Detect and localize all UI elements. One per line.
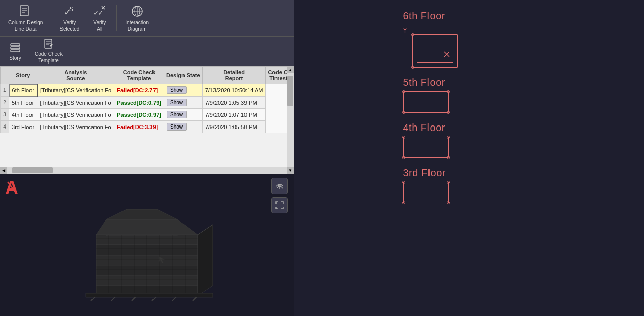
table-row[interactable]: 4 3rd Floor [Tributary][CS Verification … [1, 121, 294, 133]
floor-label-5th: 5th Floor [403, 77, 445, 88]
floor-5th-diagram [403, 91, 449, 113]
toolbar-divider-2 [116, 5, 117, 31]
cell-analysis: [Tributary][CS Verification Fo [37, 109, 114, 121]
row-number: 1 [1, 84, 9, 97]
ribbon-row2: Story Code CheckTemplate [0, 37, 294, 66]
scroll-track-h[interactable] [7, 167, 287, 174]
row-number: 3 [1, 109, 9, 121]
scroll-left-arrow[interactable]: ◀ [0, 167, 7, 174]
cell-story[interactable]: 5th Floor [9, 97, 37, 109]
dot-bl [402, 201, 405, 204]
cell-story[interactable]: 6th Floor [9, 84, 37, 97]
dot-tr [447, 181, 450, 184]
scroll-thumb-h[interactable] [12, 167, 53, 173]
svg-text:S: S [69, 6, 73, 13]
floor-label-4th: 4th Floor [403, 122, 445, 134]
cell-story[interactable]: 3rd Floor [9, 121, 37, 133]
cell-timestamp: 7/13/2020 10:50:14 AM [202, 84, 266, 97]
floor-6th-diagram-container: Y [403, 25, 458, 68]
right-panel: 6th Floor Y 5th Floor [294, 0, 644, 316]
show-button[interactable]: Show [167, 86, 187, 94]
svg-marker-52 [96, 219, 198, 235]
cell-state: Passed[DC:0.97] [114, 109, 164, 121]
col-state[interactable]: Design State [164, 67, 203, 84]
interaction-diagram-button[interactable]: Interaction Diagram [120, 2, 154, 34]
floor-section-5th: 5th Floor [403, 77, 535, 113]
floor-6th-outer-rect [412, 34, 458, 68]
cell-report[interactable]: Show [164, 84, 203, 97]
row-number: 2 [1, 97, 9, 109]
cell-report[interactable]: Show [164, 109, 203, 121]
dot-br [447, 111, 450, 114]
table-scroll[interactable]: Story AnalysisSource Code CheckTemplate … [0, 66, 294, 167]
viewport-toolbar [271, 178, 288, 213]
floor-3rd-diagram [403, 182, 449, 203]
upload-button[interactable] [271, 178, 288, 194]
verify-selected-button[interactable]: ✓ S Verify Selected [54, 2, 84, 34]
dot-tl [402, 136, 405, 139]
story-button[interactable]: Story [3, 39, 27, 64]
floor-4th-diagram [403, 137, 449, 158]
col-report[interactable]: DetailedReport [202, 67, 266, 84]
cell-story[interactable]: 4th Floor [9, 109, 37, 121]
cell-state: Failed[DC:2.77] [114, 84, 164, 97]
horizontal-scrollbar[interactable]: ◀ ▶ [0, 167, 294, 174]
toolbar-divider-1 [51, 5, 51, 31]
column-design-button[interactable]: Column Design Line Data [3, 2, 48, 34]
floor-section-6th: 6th Floor Y [403, 10, 535, 68]
app-logo: A [5, 178, 27, 199]
dot-tr [447, 136, 450, 139]
show-button[interactable]: Show [167, 111, 187, 118]
document-icon [17, 4, 34, 18]
expand-button[interactable] [271, 197, 288, 213]
svg-marker-53 [106, 209, 177, 219]
scroll-track-v[interactable] [287, 73, 294, 167]
dot-tr [447, 90, 450, 93]
dot-tl [402, 181, 405, 184]
table-row[interactable]: 1 6th Floor [Tributary][CS Verification … [1, 84, 294, 97]
svg-rect-17 [45, 39, 52, 48]
svg-rect-16 [11, 50, 20, 52]
cell-report[interactable]: Show [164, 97, 203, 109]
svg-rect-15 [11, 47, 20, 49]
col-num [1, 67, 9, 84]
col-story[interactable]: Story [9, 67, 37, 84]
table-row[interactable]: 2 5th Floor [Tributary][CS Verification … [1, 97, 294, 109]
scroll-up-arrow[interactable]: ▲ [287, 66, 294, 73]
cell-timestamp: 7/9/2020 1:07:10 PM [202, 109, 266, 121]
scroll-thumb-v[interactable] [287, 76, 293, 106]
story-icon [9, 41, 21, 53]
vertical-scrollbar[interactable]: ▲ ▼ [287, 66, 294, 174]
dot-tl [411, 33, 414, 36]
svg-rect-54 [86, 293, 213, 297]
cell-state: Passed[DC:0.79] [114, 97, 164, 109]
cell-analysis: [Tributary][CS Verification Fo [37, 121, 114, 133]
template-icon [43, 38, 55, 49]
dot-bl [411, 66, 414, 69]
table-container: Story AnalysisSource Code CheckTemplate … [0, 66, 294, 174]
cell-analysis: [Tributary][CS Verification Fo [37, 84, 114, 97]
toolbar-row1: Column Design Line Data ✓ S Verify Selec… [0, 0, 294, 37]
show-button[interactable]: Show [167, 99, 187, 106]
table-row[interactable]: 3 4th Floor [Tributary][CS Verification … [1, 109, 294, 121]
cell-state: Failed[DC:3.39] [114, 121, 164, 133]
dot-bl [402, 111, 405, 114]
col-analysis[interactable]: AnalysisSource [37, 67, 114, 84]
data-table: Story AnalysisSource Code CheckTemplate … [0, 66, 294, 133]
svg-rect-0 [20, 6, 28, 16]
building-3d-view [66, 194, 228, 306]
floor-section-4th: 4th Floor [403, 122, 535, 158]
verify-all-button[interactable]: ✓ ✓ VerifyAll [85, 2, 113, 34]
y-axis-label: Y [403, 27, 407, 34]
scroll-down-arrow[interactable]: ▼ [287, 167, 294, 174]
verify-all-icon: ✓ ✓ [91, 4, 108, 18]
col-template[interactable]: Code CheckTemplate [114, 67, 164, 84]
dot-bl [402, 156, 405, 159]
floor-label-6th: 6th Floor [403, 10, 445, 22]
cross-marker [443, 51, 450, 60]
cell-report[interactable]: Show [164, 121, 203, 133]
show-button[interactable]: Show [167, 123, 187, 131]
svg-marker-50 [198, 225, 213, 296]
code-check-template-button[interactable]: Code CheckTemplate [28, 39, 69, 64]
floor-section-3rd: 3rd Floor [403, 167, 535, 203]
